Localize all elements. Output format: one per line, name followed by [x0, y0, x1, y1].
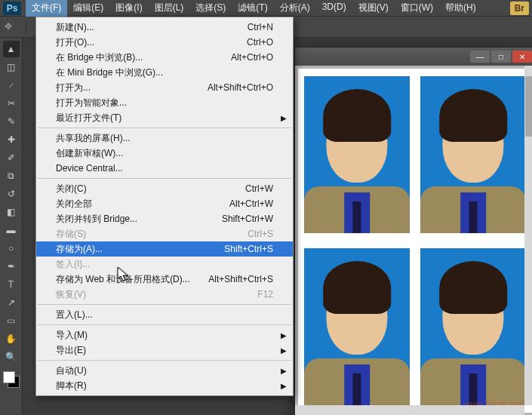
menu-item[interactable]: 关闭(C)Ctrl+W: [36, 181, 293, 196]
blur-tool[interactable]: ○: [3, 240, 20, 257]
menu-item[interactable]: 脚本(R)▶: [36, 378, 293, 393]
move-tool[interactable]: ▲: [3, 41, 20, 57]
menu-item[interactable]: 分析(A): [274, 0, 316, 17]
file-menu-dropdown: 新建(N)...Ctrl+N打开(O)...Ctrl+O在 Bridge 中浏览…: [35, 17, 294, 396]
menu-item[interactable]: 选择(S): [189, 0, 232, 17]
marquee-tool[interactable]: ◫: [3, 59, 20, 75]
bridge-button[interactable]: Br: [510, 2, 529, 15]
menu-shortcut: Ctrl+N: [248, 22, 273, 32]
menu-item[interactable]: 滤镜(T): [232, 0, 273, 17]
menu-item-label: 打开为智能对象...: [56, 97, 127, 109]
crop-tool[interactable]: ✂: [3, 95, 20, 112]
menu-item[interactable]: 新建(N)...Ctrl+N: [36, 20, 293, 35]
menu-shortcut: Shift+Ctrl+S: [224, 244, 273, 254]
menu-separator: [38, 304, 291, 305]
menu-item: 签入(I)...: [36, 257, 293, 272]
menu-item[interactable]: 最近打开文件(T)▶: [36, 110, 293, 125]
menubar: Ps 文件(F)编辑(E)图像(I)图层(L)选择(S)滤镜(T)分析(A)3D…: [0, 0, 532, 17]
menu-item-label: 新建(N)...: [56, 21, 94, 34]
menu-item[interactable]: 3D(D): [316, 0, 352, 17]
menu-item[interactable]: 文件(F): [26, 0, 67, 17]
id-photo: [304, 248, 410, 405]
pen-tool[interactable]: ✒: [3, 258, 20, 275]
menu-item[interactable]: 创建新审核(W)...: [36, 146, 293, 161]
menu-item-label: 导入(M): [56, 329, 88, 342]
maximize-button[interactable]: □: [491, 51, 511, 63]
eyedropper-tool[interactable]: ✎: [3, 113, 20, 130]
menu-item[interactable]: 存储为 Web 和设备所用格式(D)...Alt+Shift+Ctrl+S: [36, 272, 293, 287]
menu-item[interactable]: 在 Mini Bridge 中浏览(G)...: [36, 65, 293, 80]
zoom-tool[interactable]: 🔍: [3, 349, 20, 365]
healing-tool[interactable]: ✚: [3, 131, 20, 148]
foreground-color[interactable]: [3, 371, 15, 383]
menu-item-label: 导出(E): [56, 344, 86, 357]
menu-separator: [38, 324, 291, 325]
menu-shortcut: F12: [257, 289, 273, 300]
menu-item-label: 在 Bridge 中浏览(B)...: [56, 51, 143, 64]
menu-item[interactable]: 自动(U)▶: [36, 363, 293, 378]
lasso-tool[interactable]: ⟋: [3, 77, 20, 94]
hand-tool[interactable]: ✋: [3, 330, 20, 347]
menu-shortcut: Alt+Ctrl+O: [231, 52, 273, 63]
menu-item-label: 最近打开文件(T): [56, 112, 121, 124]
minimize-button[interactable]: —: [470, 51, 490, 63]
menu-item: 存储(S)Ctrl+S: [36, 226, 293, 241]
menu-item[interactable]: 图像(I): [109, 0, 148, 17]
color-swatch[interactable]: [3, 371, 20, 388]
gradient-tool[interactable]: ▬: [3, 222, 20, 238]
type-tool[interactable]: T: [3, 276, 20, 293]
menu-item-label: 恢复(V): [56, 288, 86, 301]
menu-item[interactable]: 窗口(W): [395, 0, 439, 17]
id-photo: [420, 248, 526, 405]
menu-item[interactable]: 打开为智能对象...: [36, 95, 293, 110]
menu-item-label: 关闭(C): [56, 183, 87, 195]
menu-item[interactable]: 视图(V): [352, 0, 395, 17]
menu-item[interactable]: 编辑(E): [67, 0, 109, 17]
menu-item[interactable]: Device Central...: [36, 161, 293, 176]
document-titlebar[interactable]: — □ ✕: [295, 48, 532, 66]
vertical-scrollbar[interactable]: [524, 66, 532, 405]
menu-shortcut: Ctrl+W: [245, 183, 273, 194]
path-tool[interactable]: ↗: [3, 294, 20, 311]
menu-shortcut: Ctrl+O: [247, 37, 273, 48]
menu-item-label: 存储为(A)...: [56, 243, 103, 256]
horizontal-scrollbar[interactable]: [295, 405, 524, 415]
document-canvas[interactable]: www.16xx8.com: [298, 69, 532, 413]
menu-item-label: 关闭并转到 Bridge...: [56, 213, 137, 226]
id-photo: [420, 76, 526, 233]
menu-item[interactable]: 关闭全部Alt+Ctrl+W: [36, 196, 293, 211]
menu-item[interactable]: 关闭并转到 Bridge...Shift+Ctrl+W: [36, 211, 293, 226]
menu-item[interactable]: 打开为...Alt+Shift+Ctrl+O: [36, 80, 293, 95]
menu-shortcut: Alt+Ctrl+W: [229, 198, 273, 209]
menu-item-label: 共享我的屏幕(H)...: [56, 132, 131, 145]
close-button[interactable]: ✕: [512, 51, 532, 63]
eraser-tool[interactable]: ◧: [3, 204, 20, 220]
submenu-arrow-icon: ▶: [281, 114, 287, 122]
menu-shortcut: Alt+Shift+Ctrl+S: [208, 274, 273, 284]
menu-item[interactable]: 导出(E)▶: [36, 343, 293, 358]
stamp-tool[interactable]: ⧉: [3, 168, 20, 184]
menu-shortcut: Shift+Ctrl+W: [222, 214, 273, 224]
menu-item-label: 置入(L)...: [56, 309, 93, 321]
menu-item[interactable]: 在 Bridge 中浏览(B)...Alt+Ctrl+O: [36, 50, 293, 65]
shape-tool[interactable]: ▭: [3, 312, 20, 329]
history-brush-tool[interactable]: ↺: [3, 186, 20, 202]
menu-item[interactable]: 共享我的屏幕(H)...: [36, 131, 293, 146]
ps-logo-icon: Ps: [3, 2, 21, 15]
menu-item-label: 创建新审核(W)...: [56, 147, 123, 160]
menu-separator: [38, 178, 291, 179]
menu-item-label: 打开(O)...: [56, 36, 94, 49]
menu-item[interactable]: 导入(M)▶: [36, 327, 293, 343]
submenu-arrow-icon: ▶: [281, 382, 287, 390]
menu-item[interactable]: 打开(O)...Ctrl+O: [36, 35, 293, 50]
submenu-arrow-icon: ▶: [281, 367, 287, 375]
menu-item[interactable]: 帮助(H): [439, 0, 482, 17]
menu-shortcut: Alt+Shift+Ctrl+O: [208, 82, 273, 93]
menu-item[interactable]: 存储为(A)...Shift+Ctrl+S: [36, 241, 293, 257]
menu-item-label: 打开为...: [56, 81, 91, 94]
menu-item[interactable]: 图层(L): [149, 0, 190, 17]
document-window: — □ ✕ www.16xx8.com: [294, 47, 532, 415]
menu-separator: [38, 128, 291, 128]
menu-item[interactable]: 置入(L)...: [36, 307, 293, 322]
brush-tool[interactable]: ✐: [3, 149, 20, 166]
